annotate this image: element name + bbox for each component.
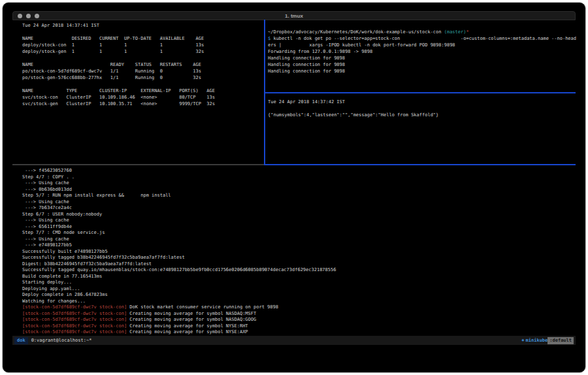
terminal-line: Successfully built e74898127bb5 [22, 249, 574, 255]
terminal-line: [stock-con-5d7df689cf-dwc7v stock-con] C… [22, 323, 574, 330]
terminal-line [22, 29, 263, 35]
terminal-line: Tue 24 Apr 2018 14:37:41 IST [22, 22, 263, 29]
terminal-line: Handling connection for 9898 [268, 55, 576, 61]
window-titlebar[interactable]: 1. tmux [12, 11, 576, 20]
desktop-background: { "window": { "title": "1. tmux" }, "col… [0, 0, 588, 375]
terminal-line: ---> f45623052760 [22, 168, 574, 174]
terminal-line: po/stock-gen-576cc688bb-277hx 1/1 Runnin… [22, 74, 263, 81]
pane-kubectl-watch[interactable]: Tue 24 Apr 2018 14:37:41 IST NAME DESIRE… [22, 21, 263, 165]
terminal-line: Forwarding from 127.0.0.1:9898 -> 9898 [268, 48, 576, 55]
terminal-line: [stock-con-5d7df689cf-dwc7v stock-con] D… [22, 304, 574, 311]
terminal-line: ---> Using cache [22, 236, 574, 243]
terminal-line: ---> 65611ff9db4e [22, 224, 574, 231]
terminal-line: ---> 7b6347ce2a4c [22, 205, 574, 212]
pane-curl-output[interactable]: Tue 24 Apr 2018 14:37:42 IST {"numsymbol… [268, 95, 576, 167]
pane-divider-right-horizontal[interactable] [264, 92, 576, 93]
status-right: ⎈ minikube :default [521, 337, 574, 344]
terminal-line: ---> Using cache [22, 218, 574, 224]
terminal-line: Step 7/7 : CMD node service.js [22, 230, 574, 236]
terminal-line: Successfully tagged b38b42246945fd7f32c5… [22, 255, 574, 261]
session-name-badge[interactable]: dok [14, 337, 28, 344]
terminal-line [22, 81, 263, 88]
terminal-line: [stock-con-5d7df689cf-dwc7v stock-con] C… [22, 311, 574, 318]
terminal-line: Starting deploy... [22, 280, 574, 286]
terminal-line: Digest: b38b42246945fd7f32c5ba9aea7af7fd… [22, 261, 574, 268]
pane-skaffold-log[interactable]: ---> f45623052760Step 4/7 : COPY . . ---… [22, 167, 574, 336]
terminal-line: svc/stock-con ClusterIP 10.109.186.46 <n… [22, 94, 263, 101]
minimize-button[interactable] [26, 14, 31, 18]
terminal-line: [stock-con-5d7df689cf-dwc7v stock-con] C… [22, 329, 574, 336]
window-label[interactable]: 0:vagrant@localhost:~* [31, 338, 92, 343]
window-title: 1. tmux [13, 13, 575, 19]
terminal-window: 1. tmux Tue 24 Apr 2018 14:37:41 IST NAM… [2, 2, 586, 373]
terminal-line: Step 4/7 : COPY . . [22, 174, 574, 181]
terminal-line: ---> Using cache [22, 199, 574, 206]
terminal-line: Handling connection for 9898 [268, 68, 576, 74]
terminal-line: Deploy complete in 286.647823ms [22, 292, 574, 299]
terminal-line: ~/Dropbox/advocacy/Kubernetes/DoK/work/d… [268, 29, 576, 35]
pane-divider-bottom-left[interactable] [12, 164, 264, 165]
terminal-line: Successfully tagged quay.io/mhausenblas/… [22, 267, 574, 274]
zoom-button[interactable] [35, 14, 39, 18]
terminal-line: {"numsymbols":4,"lastseen":"","message":… [268, 112, 576, 118]
terminal-line: Tue 24 Apr 2018 14:37:42 IST [268, 99, 576, 105]
terminal-line: ---> e74898127bb5 [22, 242, 574, 249]
terminal-line [268, 105, 576, 112]
kubernetes-helm-icon: ⎈ [521, 338, 524, 343]
terminal-line: NAME READY STATUS RESTARTS AGE [22, 61, 263, 68]
terminal-line: NAME TYPE CLUSTER-IP EXTERNAL-IP PORT(S)… [22, 88, 263, 94]
terminal-line: [stock-con-5d7df689cf-dwc7v stock-con] C… [22, 317, 574, 323]
terminal-line: NAME DESIRED CURRENT UP-TO-DATE AVAILABL… [22, 35, 263, 42]
terminal-line: Handling connection for 9898 [268, 61, 576, 68]
terminal-line: deploy/stock-con 1 1 1 1 13s [22, 42, 263, 48]
terminal-line: ers | xargs -IPOD kubectl -n dok port-fo… [268, 42, 576, 48]
terminal-line: svc/stock-gen ClusterIP 10.100.35.71 <no… [22, 101, 263, 107]
terminal-line: ---> Using cache [22, 180, 574, 187]
close-button[interactable] [18, 14, 22, 18]
tmux-status-bar: dok 0:vagrant@localhost:~* ⎈ minikube :d… [12, 336, 576, 345]
terminal-line: Step 5/7 : RUN npm install express && np… [22, 193, 574, 199]
terminal-line: Step 6/7 : USER nobody:nobody [22, 212, 574, 218]
kube-context-label: minikube [526, 338, 548, 343]
terminal-line [22, 55, 263, 61]
terminal-line: Build complete in 77.165413ms [22, 274, 574, 280]
kube-namespace-badge: :default [547, 337, 574, 344]
terminal-line: Watching for changes... [22, 299, 574, 305]
terminal-line: $ kubectl -n dok get po --selector=app=s… [268, 35, 576, 42]
terminal-line: po/stock-con-5d7df689cf-dwc7v 1/1 Runnin… [22, 68, 263, 74]
pane-divider-bottom-right[interactable] [264, 164, 576, 165]
window-controls [18, 14, 39, 18]
terminal-line: deploy/stock-gen 1 1 1 1 32s [22, 48, 263, 55]
terminal-line: Deploying app.yaml... [22, 286, 574, 293]
pane-port-forward[interactable]: ~/Dropbox/advocacy/Kubernetes/DoK/work/d… [268, 21, 576, 99]
terminal-line: ---> 0b636bd013dd [22, 187, 574, 193]
